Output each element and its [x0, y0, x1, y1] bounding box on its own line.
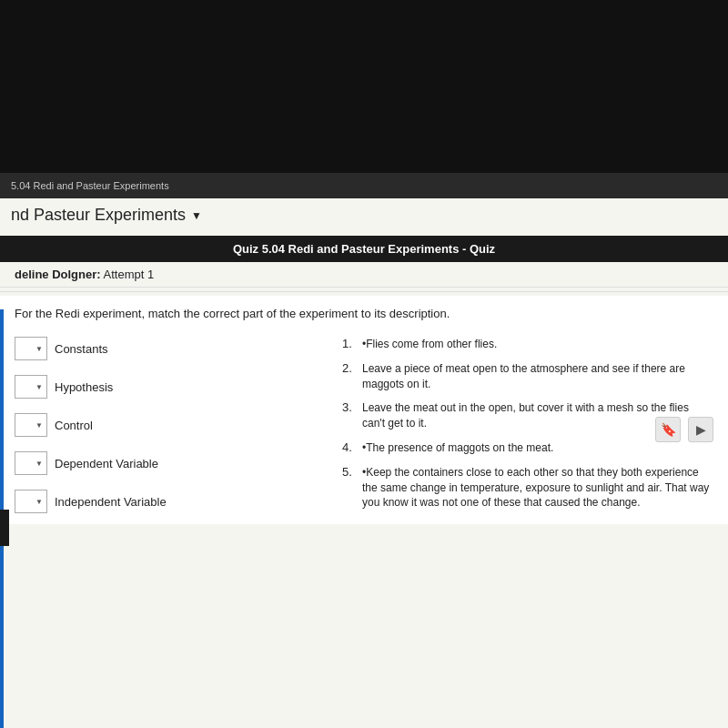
dependent-variable-label: Dependent Variable: [55, 457, 158, 470]
constants-label: Constants: [55, 342, 108, 356]
item-description-1: •Flies come from other flies.: [362, 337, 497, 352]
match-layout: ▼ Constants ▼ Hypothesis: [15, 337, 713, 513]
control-label: Control: [55, 419, 93, 432]
divider: [0, 291, 728, 292]
more-button[interactable]: ▶: [688, 417, 713, 442]
chevron-down-icon: ▼: [35, 498, 43, 506]
chevron-down-icon: ▼: [35, 383, 43, 391]
quiz-header-bar: Quiz 5.04 Redi and Pasteur Experiments -…: [0, 236, 728, 262]
constants-dropdown[interactable]: ▼: [15, 337, 47, 360]
chevron-down-icon: ▼: [35, 345, 43, 353]
left-edge-box: [0, 510, 9, 546]
tab-bar: 5.04 Redi and Pasteur Experiments: [0, 173, 728, 198]
list-item: ▼ Independent Variable: [15, 490, 324, 513]
screen-wrapper: 5.04 Redi and Pasteur Experiments nd Pas…: [0, 0, 728, 728]
quiz-header-label: Quiz 5.04 Redi and Pasteur Experiments -…: [233, 242, 495, 256]
item-number-3: 3.: [342, 400, 355, 414]
page-title-bar: nd Pasteur Experiments ▼: [0, 198, 728, 232]
item-description-5: •Keep the containers close to each other…: [362, 465, 713, 511]
bookmark-button[interactable]: 🔖: [655, 417, 681, 442]
toolbar-right: 🔖 ▶: [655, 417, 713, 442]
chevron-down-icon: ▼: [35, 460, 43, 468]
list-item: ▼ Dependent Variable: [15, 451, 324, 475]
student-name: deline Dolgner:: [15, 268, 101, 281]
question-container: For the Redi experiment, match the corre…: [0, 296, 728, 524]
item-number-2: 2.: [342, 361, 355, 375]
list-item: 2. Leave a piece of meat open to the atm…: [342, 361, 713, 392]
attempt-line: deline Dolgner: Attempt 1: [0, 262, 728, 288]
independent-variable-label: Independent Variable: [55, 495, 167, 509]
list-item: 4. •The presence of maggots on the meat.: [342, 440, 713, 456]
chevron-down-icon: ▼: [35, 421, 43, 430]
question-instruction: For the Redi experiment, match the corre…: [15, 307, 713, 320]
match-left-column: ▼ Constants ▼ Hypothesis: [15, 337, 324, 513]
hypothesis-label: Hypothesis: [55, 380, 113, 394]
list-item: ▼ Control: [15, 413, 324, 437]
page-title: nd Pasteur Experiments: [11, 206, 186, 225]
attempt-number: Attempt 1: [104, 268, 155, 281]
tab-bar-text: 5.04 Redi and Pasteur Experiments: [11, 180, 169, 191]
bookmark-icon: 🔖: [661, 422, 676, 437]
list-item: 1. •Flies come from other flies.: [342, 337, 713, 352]
item-description-2: Leave a piece of meat open to the atmosp…: [362, 361, 713, 392]
more-icon: ▶: [696, 422, 706, 437]
item-number-4: 4.: [342, 440, 355, 454]
item-description-4: •The presence of maggots on the meat.: [362, 440, 553, 456]
top-dark-area: [0, 0, 728, 200]
page-title-dropdown-icon[interactable]: ▼: [191, 209, 202, 222]
list-item: ▼ Constants: [15, 337, 324, 360]
list-item: 5. •Keep the containers close to each ot…: [342, 465, 713, 511]
main-content: nd Pasteur Experiments ▼ 🔖 ▶ Quiz 5.04 R…: [0, 198, 728, 728]
item-number-5: 5.: [342, 465, 355, 479]
independent-variable-dropdown[interactable]: ▼: [15, 490, 47, 513]
dependent-variable-dropdown[interactable]: ▼: [15, 451, 47, 475]
hypothesis-dropdown[interactable]: ▼: [15, 375, 47, 399]
control-dropdown[interactable]: ▼: [15, 413, 47, 437]
list-item: ▼ Hypothesis: [15, 375, 324, 399]
item-number-1: 1.: [342, 337, 355, 350]
